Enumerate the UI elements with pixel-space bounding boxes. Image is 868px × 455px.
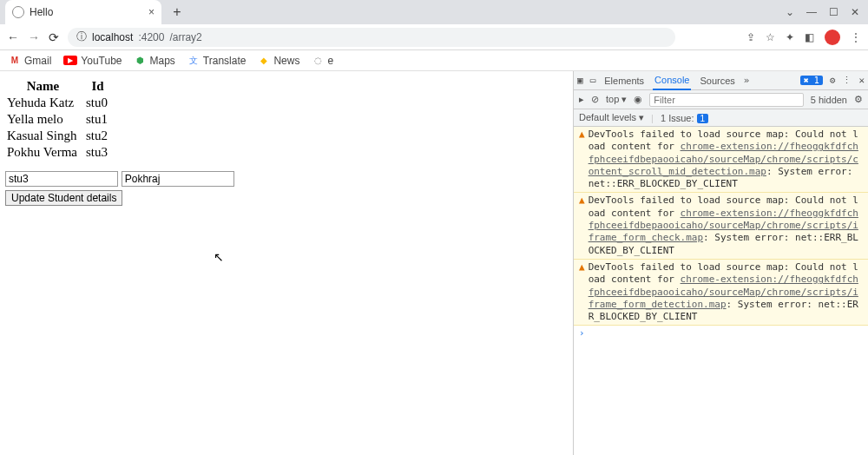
browser-chrome: Hello × + ⌄ — ☐ ✕ ← → ⟳ ⓘ localhost:4200… (0, 0, 868, 71)
warning-icon: ▲ (579, 129, 585, 190)
new-tab-button[interactable]: + (168, 3, 186, 21)
menu-icon[interactable]: ⋮ (851, 31, 861, 43)
update-button[interactable]: Update Student details (5, 190, 122, 206)
table-header-row: Name Id (5, 78, 115, 95)
back-button[interactable]: ← (7, 30, 19, 44)
url-path: /array2 (169, 31, 201, 43)
tab-sources[interactable]: Sources (698, 76, 736, 86)
tab-strip: Hello × + ⌄ — ☐ ✕ (0, 0, 868, 24)
table-row: Yehuda Katzstu0 (5, 95, 115, 111)
devtools-panel: ▣ ▭ Elements Console Sources » ✖ 1 ⚙ ⋮ ✕… (573, 71, 868, 455)
inspect-icon[interactable]: ▣ (577, 75, 583, 86)
share-icon[interactable]: ⇪ (746, 31, 755, 43)
console-warning: ▲ DevTools failed to load source map: Co… (574, 260, 868, 326)
more-tabs-icon[interactable]: » (744, 75, 750, 86)
table-row: Yella melostu1 (5, 111, 115, 128)
url-port: :4200 (138, 31, 164, 43)
bookmark-news[interactable]: ◆News (258, 55, 299, 67)
sidepanel-icon[interactable]: ◧ (805, 31, 814, 43)
translate-icon: 文 (187, 55, 200, 67)
maximize-icon[interactable]: ☐ (829, 6, 838, 18)
bookmark-translate[interactable]: 文Translate (187, 55, 247, 67)
gmail-icon: M (9, 55, 21, 67)
globe-icon (12, 6, 24, 18)
extensions-icon[interactable]: ✦ (786, 31, 794, 43)
toolbar-actions: ⇪ ☆ ✦ ◧ ⋮ (746, 30, 861, 45)
close-window-icon[interactable]: ✕ (851, 6, 859, 18)
table-row: Pokhu Vermastu3 (5, 144, 115, 161)
console-prompt[interactable]: › (574, 326, 868, 340)
maps-icon: ⬢ (135, 55, 147, 67)
bookmarks-bar: MGmail ▶YouTube ⬢Maps 文Translate ◆News ◌… (0, 50, 868, 71)
window-controls: ⌄ — ☐ ✕ (777, 6, 868, 18)
url-host: localhost (92, 31, 133, 43)
chevron-down-icon[interactable]: ⌄ (786, 6, 794, 18)
bookmark-gmail[interactable]: MGmail (9, 55, 51, 67)
news-icon: ◆ (258, 55, 270, 67)
mouse-cursor-icon: ↖ (214, 250, 224, 265)
live-expression-icon[interactable]: ◉ (634, 94, 642, 105)
console-warning: ▲ DevTools failed to load source map: Co… (574, 127, 868, 193)
console-output: ▲ DevTools failed to load source map: Co… (574, 127, 868, 455)
clear-console-icon[interactable]: ⊘ (591, 94, 599, 105)
tab-elements[interactable]: Elements (602, 76, 646, 86)
page-content: Name Id Yehuda Katzstu0 Yella melostu1 K… (0, 71, 573, 455)
devtools-close-icon[interactable]: ✕ (858, 75, 865, 86)
bookmark-e[interactable]: ◌e (312, 55, 333, 67)
profile-avatar[interactable] (825, 30, 840, 45)
console-filter-input[interactable] (649, 93, 803, 107)
students-table: Name Id Yehuda Katzstu0 Yella melostu1 K… (5, 78, 115, 161)
student-name-input[interactable] (122, 171, 234, 187)
warning-icon: ▲ (579, 261, 585, 323)
devtools-menu-icon[interactable]: ⋮ (842, 75, 852, 86)
settings-gear-icon[interactable]: ⚙ (830, 75, 836, 86)
errors-badge[interactable]: ✖ 1 (800, 76, 823, 85)
site-info-icon[interactable]: ⓘ (76, 30, 87, 44)
console-toolbar: ▸ ⊘ top ▾ ◉ 5 hidden ⚙ (574, 90, 868, 109)
col-id: Id (84, 78, 115, 95)
forward-button[interactable]: → (28, 30, 40, 44)
issues-link[interactable]: 1 Issue: 1 (661, 113, 708, 123)
reload-button[interactable]: ⟳ (49, 30, 59, 44)
youtube-icon: ▶ (63, 56, 77, 65)
bookmark-star-icon[interactable]: ☆ (766, 31, 775, 43)
tab-title: Hello (30, 6, 143, 18)
browser-tab[interactable]: Hello × (5, 0, 161, 24)
console-settings-icon[interactable]: ⚙ (854, 94, 863, 105)
address-bar: ← → ⟳ ⓘ localhost:4200/array2 ⇪ ☆ ✦ ◧ ⋮ (0, 24, 868, 50)
hidden-count: 5 hidden (811, 95, 847, 105)
tab-console[interactable]: Console (653, 71, 691, 90)
log-levels[interactable]: Default levels ▾ (579, 112, 644, 123)
minimize-icon[interactable]: — (806, 6, 817, 18)
bookmark-youtube[interactable]: ▶YouTube (63, 55, 122, 67)
toggle-sidebar-icon[interactable]: ▸ (579, 94, 584, 105)
student-id-input[interactable] (5, 171, 118, 187)
bookmark-maps[interactable]: ⬢Maps (135, 55, 175, 67)
execution-context[interactable]: top ▾ (606, 94, 627, 105)
url-input[interactable]: ⓘ localhost:4200/array2 (68, 28, 675, 47)
tab-close-icon[interactable]: × (148, 6, 155, 18)
col-name: Name (5, 78, 84, 95)
devtools-tabs: ▣ ▭ Elements Console Sources » ✖ 1 ⚙ ⋮ ✕ (574, 71, 868, 90)
console-warning: ▲ DevTools failed to load source map: Co… (574, 193, 868, 259)
console-info-bar: Default levels ▾ | 1 Issue: 1 (574, 109, 868, 127)
e-icon: ◌ (312, 55, 324, 67)
warning-icon: ▲ (579, 195, 585, 256)
workspace: Name Id Yehuda Katzstu0 Yella melostu1 K… (0, 71, 868, 455)
device-toggle-icon[interactable]: ▭ (590, 75, 596, 86)
table-row: Kasual Singhstu2 (5, 128, 115, 144)
